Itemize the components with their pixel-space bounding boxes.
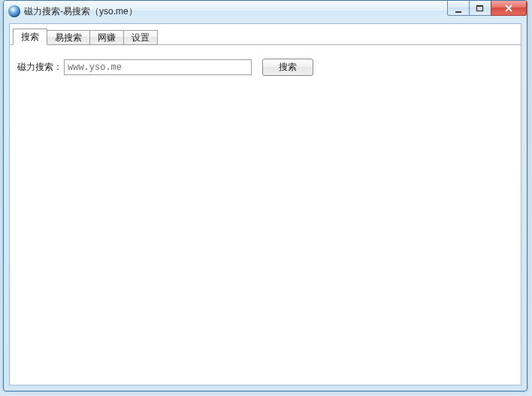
maximize-button[interactable]: [469, 1, 491, 16]
minimize-icon: [455, 8, 462, 14]
svg-rect-2: [476, 5, 483, 7]
client-area: 搜索 易搜索 网赚 设置 磁力搜索： 搜索: [9, 23, 521, 385]
tab-label: 搜索: [21, 31, 39, 44]
tab-label: 设置: [131, 32, 150, 44]
window-title: 磁力搜索-易搜索（yso.me）: [24, 5, 138, 18]
minimize-button[interactable]: [447, 1, 470, 16]
tab-wangzhuan[interactable]: 网赚: [89, 30, 124, 45]
maximize-icon: [476, 5, 485, 12]
close-icon: [504, 5, 513, 12]
app-icon: [8, 5, 20, 17]
tab-label: 网赚: [98, 32, 116, 44]
tab-search[interactable]: 搜索: [13, 29, 47, 45]
window-controls: [448, 1, 527, 16]
search-button[interactable]: 搜索: [262, 59, 313, 76]
app-window: 磁力搜索-易搜索（yso.me） 搜索 易搜索 网赚 设置: [3, 0, 527, 391]
svg-rect-0: [455, 11, 461, 13]
search-label: 磁力搜索：: [17, 61, 62, 74]
close-button[interactable]: [491, 1, 527, 16]
tabstrip: 搜索 易搜索 网赚 设置: [10, 24, 521, 45]
tab-content-search: 磁力搜索： 搜索: [10, 45, 521, 385]
tab-yisousuo[interactable]: 易搜索: [47, 30, 90, 45]
search-row: 磁力搜索： 搜索: [17, 59, 513, 76]
search-input[interactable]: [64, 59, 252, 75]
tab-label: 易搜索: [55, 32, 82, 44]
tab-settings[interactable]: 设置: [123, 30, 158, 45]
titlebar[interactable]: 磁力搜索-易搜索（yso.me）: [4, 1, 527, 22]
